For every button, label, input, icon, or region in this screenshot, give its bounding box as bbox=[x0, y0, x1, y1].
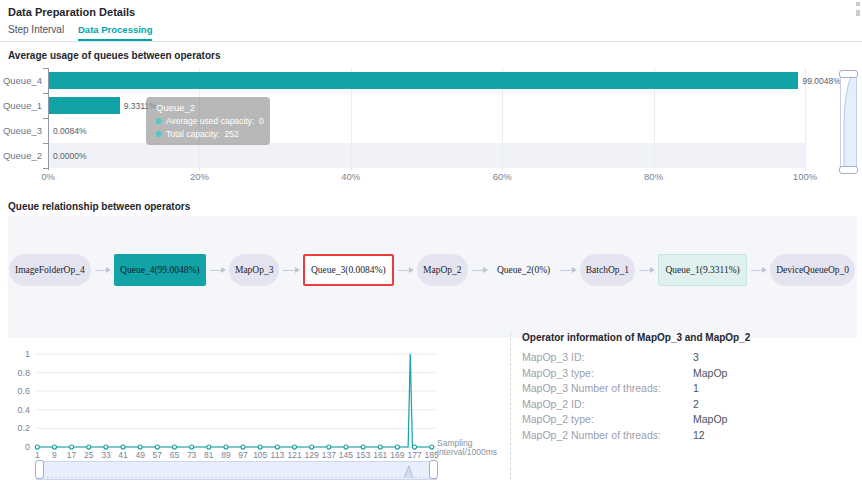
flow-arrow bbox=[468, 254, 491, 286]
flow-arrow bbox=[91, 254, 114, 286]
flow-node-batchop_1[interactable]: BatchOp_1 bbox=[580, 254, 635, 286]
svg-text:9: 9 bbox=[52, 450, 57, 460]
svg-text:65: 65 bbox=[170, 450, 180, 460]
svg-text:137: 137 bbox=[322, 450, 336, 460]
bar-category-label: Queue_4 bbox=[0, 75, 42, 86]
series-dot bbox=[156, 118, 162, 124]
info-row-label: MapOp_3 type: bbox=[522, 367, 594, 379]
flow-node-imagefolderop_4[interactable]: ImageFolderOp_4 bbox=[9, 254, 91, 286]
bar-value-label: 0.0084% bbox=[53, 126, 87, 136]
svg-text:17: 17 bbox=[67, 450, 77, 460]
y-axis-tick bbox=[43, 143, 48, 144]
svg-text:113: 113 bbox=[271, 450, 285, 460]
info-row-label: MapOp_3 ID: bbox=[522, 351, 584, 363]
svg-text:1: 1 bbox=[25, 349, 30, 359]
svg-text:81: 81 bbox=[204, 450, 214, 460]
info-row-value: 12 bbox=[693, 429, 705, 441]
scrollbar-arrow[interactable] bbox=[856, 2, 860, 6]
x-axis-tick-label: 100% bbox=[785, 171, 825, 182]
y-axis-tick bbox=[43, 118, 48, 119]
svg-text:161: 161 bbox=[373, 450, 387, 460]
data-zoom-handle-bottom[interactable] bbox=[839, 166, 858, 174]
x-axis-tick-label: 40% bbox=[331, 171, 371, 182]
x-axis-tick-label: 80% bbox=[634, 171, 674, 182]
svg-text:121: 121 bbox=[287, 450, 301, 460]
info-row-value: 3 bbox=[693, 351, 699, 363]
svg-text:0.6: 0.6 bbox=[17, 386, 30, 396]
vertical-data-zoom-slider[interactable] bbox=[840, 72, 857, 172]
x-axis-tick-label: 20% bbox=[179, 171, 219, 182]
data-preparation-details-page: Data Preparation Details Step Interval D… bbox=[0, 0, 862, 483]
flow-arrow bbox=[747, 254, 770, 286]
flow-arrow bbox=[556, 254, 579, 286]
info-row-label: MapOp_2 Number of threads: bbox=[522, 429, 661, 441]
flow-node-mapop_2[interactable]: MapOp_2 bbox=[417, 254, 468, 286]
y-axis-tick bbox=[43, 68, 48, 69]
svg-text:0.4: 0.4 bbox=[17, 405, 30, 415]
svg-text:1: 1 bbox=[35, 450, 40, 460]
svg-text:153: 153 bbox=[356, 450, 370, 460]
flow-arrow bbox=[635, 254, 658, 286]
x-axis-tick-label: 60% bbox=[482, 171, 522, 182]
y-axis-tick bbox=[43, 168, 48, 169]
flow-arrow bbox=[279, 254, 302, 286]
info-row-label: MapOp_3 Number of threads: bbox=[522, 382, 661, 394]
svg-text:57: 57 bbox=[153, 450, 163, 460]
flow-title: Queue relationship between operators bbox=[8, 201, 190, 212]
bar-value-label: 99.0048% bbox=[802, 76, 840, 86]
svg-text:97: 97 bbox=[238, 450, 248, 460]
svg-text:129: 129 bbox=[305, 450, 319, 460]
data-zoom-shadow bbox=[841, 73, 856, 171]
flow-arrow bbox=[394, 254, 417, 286]
bar-queue_1[interactable] bbox=[49, 97, 120, 114]
flow-node-mapop_3[interactable]: MapOp_3 bbox=[229, 254, 280, 286]
data-zoom-handle-top[interactable] bbox=[839, 70, 858, 78]
hovered-row-highlight bbox=[49, 143, 805, 168]
svg-text:0.8: 0.8 bbox=[17, 368, 30, 378]
svg-text:25: 25 bbox=[84, 450, 94, 460]
info-row-label: MapOp_2 type: bbox=[522, 413, 594, 425]
svg-text:0.2: 0.2 bbox=[17, 423, 30, 433]
bar-category-label: Queue_3 bbox=[0, 125, 42, 136]
info-row-value: MapOp bbox=[693, 367, 727, 379]
flow-node-queue_2[interactable]: Queue_2(0%) bbox=[491, 254, 556, 286]
queue-usage-bar-chart: 0%20%40%60%80%100%Queue_499.0048%Queue_1… bbox=[0, 0, 862, 190]
tooltip-title: Queue_2 bbox=[156, 102, 264, 113]
svg-text:33: 33 bbox=[101, 450, 111, 460]
flow-node-queue_3[interactable]: Queue_3(0.0084%) bbox=[303, 254, 394, 286]
y-axis-tick bbox=[43, 93, 48, 94]
line-chart-axis-label: Samplinginterval/1000ms bbox=[437, 439, 501, 457]
info-panel-divider bbox=[510, 333, 511, 480]
data-zoom-handle-left[interactable] bbox=[35, 460, 44, 479]
svg-text:73: 73 bbox=[187, 450, 197, 460]
svg-text:0: 0 bbox=[25, 442, 30, 452]
bar-queue_4[interactable] bbox=[49, 72, 798, 89]
data-zoom-mini-profile bbox=[37, 462, 436, 479]
scrollbar-thumb[interactable] bbox=[856, 10, 860, 16]
svg-text:177: 177 bbox=[407, 450, 421, 460]
chart-tooltip: Queue_2 Average used capacity: 0Total ca… bbox=[146, 97, 270, 145]
info-row-label: MapOp_2 ID: bbox=[522, 398, 584, 410]
x-axis-tick-label: 0% bbox=[28, 171, 68, 182]
bar-category-label: Queue_1 bbox=[0, 100, 42, 111]
flow-arrow bbox=[206, 254, 229, 286]
queue-relationship-panel: ImageFolderOp_4Queue_4(99.0048%)MapOp_3Q… bbox=[8, 216, 857, 338]
info-panel-title: Operator information of MapOp_3 and MapO… bbox=[522, 332, 750, 343]
svg-text:145: 145 bbox=[339, 450, 353, 460]
flow-node-devicequeueop_0[interactable]: DeviceQueueOp_0 bbox=[770, 254, 855, 286]
svg-text:105: 105 bbox=[253, 450, 267, 460]
svg-text:41: 41 bbox=[118, 450, 128, 460]
tooltip-row: Average used capacity: 0 bbox=[156, 116, 264, 126]
tooltip-row: Total capacity: 252 bbox=[156, 129, 264, 139]
series-dot bbox=[156, 131, 162, 137]
flow-node-queue_1[interactable]: Queue_1(9.3311%) bbox=[658, 254, 746, 286]
bar-category-label: Queue_2 bbox=[0, 150, 42, 161]
svg-text:169: 169 bbox=[390, 450, 404, 460]
data-zoom-handle-right[interactable] bbox=[429, 460, 438, 479]
flow-node-queue_4[interactable]: Queue_4(99.0048%) bbox=[114, 254, 205, 286]
info-row-value: 2 bbox=[693, 398, 699, 410]
horizontal-data-zoom-slider[interactable] bbox=[36, 461, 437, 480]
svg-text:89: 89 bbox=[221, 450, 231, 460]
info-row-value: 1 bbox=[693, 382, 699, 394]
svg-text:49: 49 bbox=[135, 450, 145, 460]
